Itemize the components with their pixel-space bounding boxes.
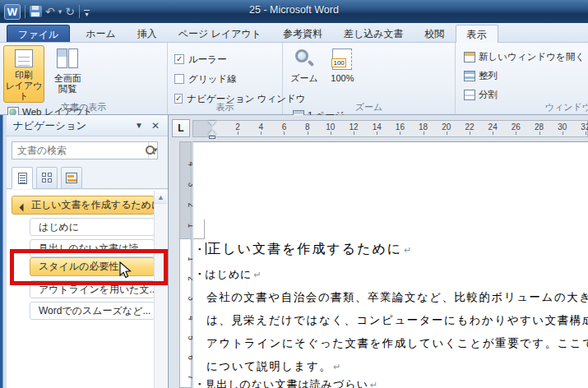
return-mark: ↵ — [333, 362, 342, 372]
print-layout-label2: レイアウト — [4, 81, 44, 102]
split-icon — [464, 90, 475, 100]
navigation-tabs: ▲ ▼ — [7, 164, 168, 189]
doc-heading-3-text: 見出しのない文書は読みづらい — [205, 378, 368, 388]
browse-headings-tab[interactable] — [12, 167, 33, 189]
split-label: 分割 — [479, 89, 498, 101]
tab-mailings[interactable]: 差し込み文書 — [333, 25, 414, 43]
doc-heading-2-text: はじめに — [205, 268, 252, 280]
text-boundary-mark — [193, 219, 205, 239]
vertical-ruler-body: 1234567 — [180, 239, 191, 387]
group-show: ✓ ルーラー グリッド線 ✓ ナビゲーション ウィンドウ 表示 — [168, 43, 283, 114]
arrange-all-label: 整列 — [479, 70, 498, 82]
nav-scrollbar[interactable]: ▲ — [154, 191, 167, 388]
doc-heading-1: ▪正しい文書を作成するために↵ — [198, 241, 588, 258]
document-search-box[interactable]: ▼ — [12, 141, 158, 159]
pane-close-icon[interactable]: ✕ — [151, 115, 160, 136]
doc-heading-2: ▪はじめに↵ — [198, 267, 588, 282]
zoom-button[interactable]: ズーム — [286, 45, 322, 103]
return-mark: ↵ — [253, 270, 262, 279]
doc-body-line: アウトラインにそぐった文書を作成していくことが重要です。ここでは、 — [206, 336, 588, 351]
ruler-checkbox-row[interactable]: ✓ ルーラー — [171, 49, 280, 69]
window-border — [0, 115, 7, 388]
pane-options-icon[interactable]: ▼ — [135, 115, 143, 136]
ruler-checkbox[interactable]: ✓ — [174, 54, 184, 64]
group-label-zoom: ズーム — [283, 101, 455, 113]
tab-selector-button[interactable]: L — [172, 119, 190, 137]
left-indent-icon[interactable] — [209, 136, 215, 139]
heading-item-label: はじめに — [39, 221, 79, 233]
heading-bullet: ▪ — [198, 380, 201, 388]
navigation-pane-header: ナビゲーション ▼ ✕ — [7, 115, 168, 136]
doc-body-line: について説明します。↵ — [206, 359, 588, 374]
arrange-all-icon — [464, 71, 475, 81]
document-area: L 2468101214161820222426283032 4321 1234… — [169, 115, 588, 388]
group-document-views: 印刷 レイアウト 全画面 閲覧 Web レイアウト アウトライン — [0, 43, 168, 114]
red-annotation-box — [10, 249, 168, 285]
window-title: 25 - Microsoft Word — [0, 4, 588, 16]
ruler-numbers: 2468101214161820222426283032 — [226, 122, 588, 132]
zoom-100-label: 100% — [331, 73, 354, 84]
tab-home[interactable]: ホーム — [75, 25, 127, 43]
heading-item-label: アウトラインを用いた文... — [39, 284, 155, 295]
pages-icon — [42, 173, 53, 183]
scroll-up-icon[interactable]: ▲ — [155, 191, 167, 204]
ribbon-view: 印刷 レイアウト 全画面 閲覧 Web レイアウト アウトライン — [0, 43, 588, 115]
zoom-100-button[interactable]: 100 100% — [325, 45, 359, 103]
group-label-show: 表示 — [168, 101, 282, 113]
ribbon-tab-row: ファイル ホーム 挿入 ページ レイアウト 参考資料 差し込み文書 校閲 表示 — [0, 23, 588, 43]
indent-markers[interactable] — [208, 121, 216, 138]
group-window: 新しいウィンドウを開く 整列 分割 ウィンドウ — [456, 43, 588, 114]
tab-view[interactable]: 表示 — [456, 25, 498, 43]
collapse-triangle-icon[interactable] — [20, 204, 28, 212]
doc-body-line: 会社の文書や自治会の書類、卒業論文など、比較的ボリュームの大きな — [206, 290, 588, 305]
gridlines-checkbox[interactable] — [174, 74, 184, 84]
new-window-icon — [464, 52, 475, 62]
arrange-all-button[interactable]: 整列 — [462, 67, 586, 85]
first-line-indent-icon[interactable] — [208, 121, 216, 126]
browse-results-tab[interactable] — [61, 167, 82, 189]
headings-icon — [18, 173, 27, 184]
group-label-window: ウィンドウ — [456, 101, 588, 113]
zoom-label: ズーム — [290, 73, 318, 84]
vertical-ruler-margin: 4321 — [180, 142, 191, 239]
word-window: W ↶ ▾ ↻ ▾ 25 - Microsoft Word ファイル ホーム 挿… — [0, 0, 588, 388]
results-icon — [66, 173, 77, 183]
horizontal-ruler: 2468101214161820222426283032 — [192, 120, 588, 137]
tab-file[interactable]: ファイル — [7, 25, 70, 43]
return-mark: ↵ — [370, 380, 378, 388]
navigation-pane-title: ナビゲーション — [13, 120, 86, 132]
full-screen-label2: 閲覧 — [58, 84, 76, 95]
ruler-ticks — [238, 132, 587, 135]
group-zoom: ズーム 100 100% 1 ページ 2 ページ ページ幅を基準に表示 — [283, 43, 456, 114]
zoom-100-icon: 100 — [332, 48, 352, 70]
print-layout-button[interactable]: 印刷 レイアウト — [3, 45, 44, 103]
heading-bullet: ▪ — [198, 245, 202, 253]
search-input[interactable] — [12, 145, 145, 156]
tab-references[interactable]: 参考資料 — [272, 25, 333, 43]
ruler-label: ルーラー — [188, 53, 227, 66]
doc-body-line: は、見栄えだけではなく、コンピューターにもわかりやすい文書構成する — [206, 313, 588, 328]
browse-pages-tab[interactable] — [36, 167, 58, 189]
title-bar: W ↶ ▾ ↻ ▾ 25 - Microsoft Word — [0, 0, 588, 23]
tab-review[interactable]: 校閲 — [414, 25, 456, 43]
group-label-document-views: 文書の表示 — [0, 101, 167, 113]
hanging-indent-icon[interactable] — [208, 130, 216, 135]
gridlines-checkbox-row[interactable]: グリッド線 — [171, 69, 280, 89]
tab-page-layout[interactable]: ページ レイアウト — [168, 25, 272, 43]
magnifier-icon — [294, 48, 315, 70]
return-mark: ↵ — [404, 245, 413, 255]
heading-item-1[interactable]: 正しい文書を作成するために — [12, 196, 155, 215]
doc-heading-1-text: 正しい文書を作成するために — [207, 242, 402, 256]
heading-item-2[interactable]: はじめに — [30, 218, 155, 236]
document-page[interactable]: ▪正しい文書を作成するために↵ ▪はじめに↵ 会社の文書や自治会の書類、卒業論文… — [192, 141, 588, 388]
new-window-button[interactable]: 新しいウィンドウを開く — [462, 48, 586, 67]
mouse-cursor — [118, 261, 133, 279]
tab-insert[interactable]: 挿入 — [127, 25, 168, 43]
print-layout-icon — [15, 49, 33, 67]
full-screen-reading-button[interactable]: 全画面 閲覧 — [47, 45, 88, 103]
heading-item-label: Wordでのスムーズなど... — [39, 305, 150, 316]
heading-item-6[interactable]: Wordでのスムーズなど... — [30, 302, 155, 320]
gridlines-label: グリッド線 — [188, 73, 237, 85]
full-screen-label: 全画面 — [54, 73, 81, 84]
doc-heading-3: ▪見出しのない文書は読みづらい↵ — [198, 377, 588, 388]
